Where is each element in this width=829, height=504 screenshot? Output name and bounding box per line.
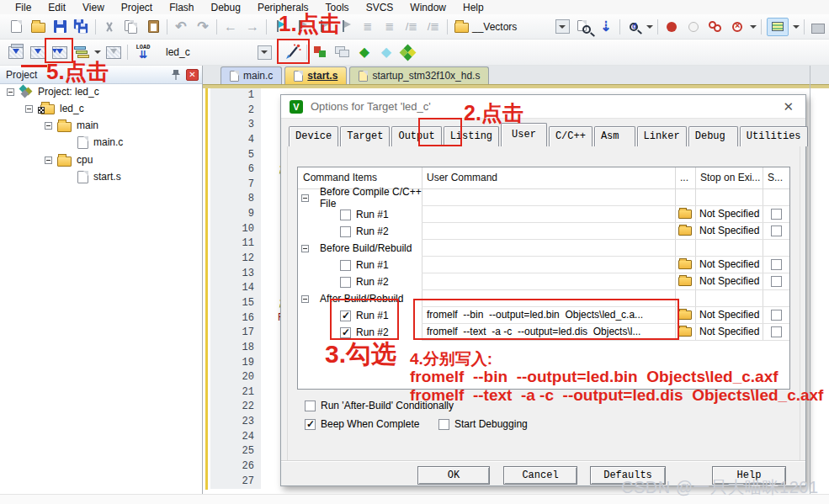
menu-window[interactable]: Window	[401, 2, 454, 13]
disable-breakpoint-icon[interactable]	[683, 17, 704, 37]
uncomment-icon[interactable]: /≣	[422, 17, 444, 37]
tab-main-c[interactable]: main.c	[221, 66, 282, 84]
user-command-cell[interactable]	[422, 223, 675, 239]
menu-flash[interactable]: Flash	[161, 2, 202, 13]
spawn-checkbox[interactable]	[771, 225, 782, 236]
batch-build-dropdown-icon[interactable]	[93, 42, 103, 62]
browse-folder-icon[interactable]	[678, 226, 692, 236]
kill-all-breakpoints-icon[interactable]	[726, 17, 748, 37]
download-flash-icon[interactable]: LOAD⇊	[130, 42, 156, 62]
tree-item-target[interactable]: led_c	[25, 101, 84, 116]
menu-help[interactable]: Help	[454, 2, 492, 13]
tab-user[interactable]: User	[501, 123, 547, 146]
build-icon[interactable]	[27, 42, 49, 62]
cut-icon[interactable]	[98, 17, 120, 37]
tab-debug[interactable]: Debug	[688, 126, 738, 146]
stop-on-exit-cell[interactable]: Not Specified	[695, 257, 763, 273]
find-dropdown-icon[interactable]	[645, 17, 655, 37]
dialog-close-icon[interactable]: ✕	[779, 99, 797, 114]
user-command-cell[interactable]	[422, 206, 675, 222]
menu-peripherals[interactable]: Peripherals	[249, 2, 317, 13]
tab-c-cpp[interactable]: C/C++	[549, 126, 593, 146]
browse-folder-icon[interactable]	[678, 277, 692, 286]
spawn-checkbox[interactable]	[771, 310, 782, 321]
indent-icon[interactable]: ≣	[357, 17, 379, 37]
manage-components-icon[interactable]	[332, 42, 353, 62]
user-command-cell[interactable]	[422, 257, 675, 273]
navigate-forward-icon[interactable]: →	[242, 17, 263, 37]
help-button[interactable]: Help	[712, 466, 786, 485]
tab-utilities[interactable]: Utilities	[740, 126, 808, 146]
menu-view[interactable]: View	[74, 2, 113, 13]
collapse-icon[interactable]	[7, 88, 14, 96]
paste-icon[interactable]	[142, 17, 164, 37]
collapse-icon[interactable]	[301, 194, 309, 202]
option-start-debugging[interactable]: Start Debugging	[438, 418, 528, 430]
vectors-combo-value[interactable]: __Vectors	[472, 21, 536, 33]
spawn-checkbox[interactable]	[771, 259, 782, 270]
option-run-afterbuild-conditionally[interactable]: Run 'After-Build' Conditionally	[305, 400, 454, 411]
defaults-button[interactable]: Defaults	[590, 466, 666, 485]
prev-bookmark-icon[interactable]	[291, 17, 313, 37]
clear-bookmarks-icon[interactable]	[335, 17, 357, 37]
collapse-icon[interactable]	[301, 295, 309, 303]
batch-build-icon[interactable]	[71, 42, 93, 62]
user-command-cell[interactable]: fromelf --bin --output=led.bin Objects\l…	[422, 307, 675, 323]
vectors-combo-dropdown[interactable]	[551, 17, 573, 37]
checkbox[interactable]	[438, 419, 449, 430]
close-panel-icon[interactable]: ✕	[186, 69, 199, 81]
target-select-value[interactable]: led_c	[166, 46, 253, 58]
cancel-button[interactable]: Cancel	[503, 466, 577, 485]
window-layout-dropdown-icon[interactable]	[791, 17, 801, 37]
tab-output[interactable]: Output	[391, 126, 441, 146]
run-checkbox[interactable]	[340, 260, 351, 271]
target-select-dropdown[interactable]	[253, 42, 275, 62]
navigate-back-icon[interactable]: ←	[220, 17, 242, 37]
file-extensions-icon[interactable]: ◆	[375, 42, 397, 62]
printer-icon[interactable]	[807, 17, 829, 37]
tab-target[interactable]: Target	[340, 126, 390, 146]
collapse-icon[interactable]	[25, 105, 33, 113]
menu-file[interactable]: File	[7, 2, 40, 13]
find-in-files-icon[interactable]	[573, 17, 595, 37]
menu-project[interactable]: Project	[113, 2, 161, 13]
run-checkbox[interactable]	[340, 327, 351, 338]
insert-bookmark-icon[interactable]	[269, 17, 291, 37]
stop-on-exit-cell[interactable]: Not Specified	[695, 307, 763, 323]
browse-folder-icon[interactable]	[678, 327, 692, 337]
browse-folder-icon[interactable]	[678, 310, 692, 320]
checkbox[interactable]	[305, 419, 316, 430]
translate-icon[interactable]	[5, 42, 27, 62]
rebuild-all-icon[interactable]	[49, 42, 71, 62]
user-command-cell[interactable]: fromelf --text -a -c --output=led.dis Ob…	[422, 324, 675, 340]
pin-icon[interactable]	[171, 69, 181, 81]
open-file-icon[interactable]	[27, 17, 49, 37]
collapse-icon[interactable]	[45, 157, 52, 164]
stop-on-exit-cell[interactable]: Not Specified	[695, 273, 763, 289]
function-navigate-icon[interactable]: ◆	[353, 42, 375, 62]
redo-icon[interactable]: ↷	[192, 17, 214, 37]
option-beep-when-complete[interactable]: Beep When Complete	[305, 418, 419, 430]
save-all-icon[interactable]	[71, 17, 93, 37]
copy-icon[interactable]	[120, 17, 142, 37]
new-file-icon[interactable]	[5, 17, 27, 37]
run-checkbox[interactable]	[340, 210, 351, 220]
menu-tools[interactable]: Tools	[317, 2, 358, 13]
options-for-target-icon[interactable]	[282, 42, 304, 62]
run-checkbox[interactable]	[340, 310, 351, 321]
tab-listing[interactable]: Listing	[444, 126, 499, 146]
comment-icon[interactable]: /≣	[401, 17, 422, 37]
ok-button[interactable]: OK	[417, 466, 490, 485]
breakpoints-dropdown-icon[interactable]	[748, 17, 758, 37]
browse-folder-icon[interactable]	[678, 210, 692, 219]
stop-on-exit-cell[interactable]: Not Specified	[695, 223, 763, 239]
stop-on-exit-cell[interactable]: Not Specified	[695, 324, 763, 340]
browse-folder-icon[interactable]	[678, 260, 692, 269]
menu-debug[interactable]: Debug	[203, 2, 249, 13]
tree-item-group-main[interactable]: main	[45, 118, 98, 133]
find-icon[interactable]: d	[623, 17, 645, 37]
save-icon[interactable]	[49, 17, 71, 37]
collapse-icon[interactable]	[45, 122, 52, 130]
undo-icon[interactable]: ↶	[170, 17, 192, 37]
menu-edit[interactable]: Edit	[40, 2, 74, 13]
